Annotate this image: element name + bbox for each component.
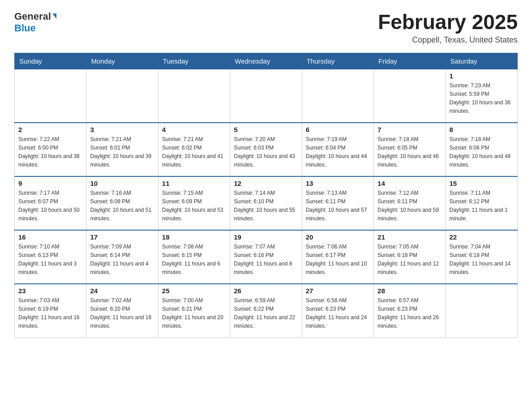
- calendar-cell: 6 Sunrise: 7:19 AMSunset: 6:04 PMDayligh…: [302, 123, 373, 176]
- day-info: Sunrise: 7:10 AMSunset: 6:13 PMDaylight:…: [18, 244, 77, 275]
- day-info: Sunrise: 7:00 AMSunset: 6:21 PMDaylight:…: [162, 297, 223, 329]
- logo-general-text: General: [14, 11, 51, 22]
- calendar-cell: 9 Sunrise: 7:17 AMSunset: 6:07 PMDayligh…: [15, 176, 86, 230]
- day-info: Sunrise: 7:06 AMSunset: 6:17 PMDaylight:…: [306, 244, 367, 275]
- day-info: Sunrise: 7:12 AMSunset: 6:11 PMDaylight:…: [378, 190, 439, 222]
- col-saturday: Saturday: [446, 53, 517, 69]
- calendar-cell: 1 Sunrise: 7:23 AMSunset: 5:59 PMDayligh…: [446, 69, 517, 123]
- calendar-cell: 19 Sunrise: 7:07 AMSunset: 6:16 PMDaylig…: [230, 230, 302, 284]
- day-number: 14: [378, 180, 442, 187]
- calendar-week-row: 9 Sunrise: 7:17 AMSunset: 6:07 PMDayligh…: [15, 176, 518, 230]
- day-info: Sunrise: 6:59 AMSunset: 6:22 PMDaylight:…: [234, 297, 295, 329]
- day-info: Sunrise: 7:13 AMSunset: 6:11 PMDaylight:…: [306, 190, 367, 222]
- logo: General Blue: [14, 11, 56, 34]
- day-info: Sunrise: 6:57 AMSunset: 6:23 PMDaylight:…: [378, 297, 439, 329]
- day-number: 20: [306, 233, 370, 241]
- day-number: 5: [234, 126, 298, 133]
- day-info: Sunrise: 7:14 AMSunset: 6:10 PMDaylight:…: [234, 190, 295, 222]
- calendar-cell: 26 Sunrise: 6:59 AMSunset: 6:22 PMDaylig…: [230, 284, 302, 338]
- day-info: Sunrise: 7:05 AMSunset: 6:18 PMDaylight:…: [378, 244, 439, 275]
- calendar-table: Sunday Monday Tuesday Wednesday Thursday…: [14, 53, 518, 338]
- day-info: Sunrise: 7:09 AMSunset: 6:14 PMDaylight:…: [90, 244, 148, 275]
- col-wednesday: Wednesday: [230, 53, 302, 69]
- calendar-week-row: 1 Sunrise: 7:23 AMSunset: 5:59 PMDayligh…: [15, 69, 518, 123]
- day-info: Sunrise: 7:18 AMSunset: 6:06 PMDaylight:…: [450, 136, 511, 168]
- day-info: Sunrise: 7:19 AMSunset: 6:04 PMDaylight:…: [306, 136, 367, 168]
- calendar-cell: 10 Sunrise: 7:16 AMSunset: 6:08 PMDaylig…: [86, 176, 158, 230]
- calendar-cell: 16 Sunrise: 7:10 AMSunset: 6:13 PMDaylig…: [15, 230, 86, 284]
- day-number: 7: [378, 126, 442, 133]
- day-info: Sunrise: 7:11 AMSunset: 6:12 PMDaylight:…: [450, 190, 508, 222]
- day-number: 24: [90, 287, 154, 295]
- day-number: 8: [450, 126, 514, 133]
- calendar-cell: [86, 69, 158, 123]
- logo-row: General: [14, 11, 56, 22]
- calendar-cell: [302, 69, 373, 123]
- day-info: Sunrise: 6:58 AMSunset: 6:23 PMDaylight:…: [306, 297, 367, 329]
- day-info: Sunrise: 7:02 AMSunset: 6:20 PMDaylight:…: [90, 297, 151, 329]
- day-number: 21: [378, 233, 442, 241]
- calendar-cell: 23 Sunrise: 7:03 AMSunset: 6:19 PMDaylig…: [15, 284, 86, 338]
- day-number: 27: [306, 287, 370, 295]
- day-number: 4: [162, 126, 226, 133]
- day-number: 22: [450, 233, 514, 241]
- calendar-cell: 21 Sunrise: 7:05 AMSunset: 6:18 PMDaylig…: [374, 230, 446, 284]
- col-friday: Friday: [374, 53, 446, 69]
- calendar-cell: [15, 69, 86, 123]
- day-info: Sunrise: 7:04 AMSunset: 6:18 PMDaylight:…: [450, 244, 511, 275]
- main-title: February 2025: [378, 11, 518, 34]
- day-number: 19: [234, 233, 298, 241]
- calendar-cell: 15 Sunrise: 7:11 AMSunset: 6:12 PMDaylig…: [446, 176, 517, 230]
- calendar-cell: 22 Sunrise: 7:04 AMSunset: 6:18 PMDaylig…: [446, 230, 517, 284]
- calendar-cell: 8 Sunrise: 7:18 AMSunset: 6:06 PMDayligh…: [446, 123, 517, 176]
- day-info: Sunrise: 7:20 AMSunset: 6:03 PMDaylight:…: [234, 136, 295, 168]
- calendar-cell: 4 Sunrise: 7:21 AMSunset: 6:02 PMDayligh…: [158, 123, 230, 176]
- calendar-cell: 25 Sunrise: 7:00 AMSunset: 6:21 PMDaylig…: [158, 284, 230, 338]
- day-number: 3: [90, 126, 154, 133]
- logo-blue-label: Blue: [14, 22, 56, 34]
- day-info: Sunrise: 7:17 AMSunset: 6:07 PMDaylight:…: [18, 190, 80, 222]
- calendar-cell: 18 Sunrise: 7:08 AMSunset: 6:15 PMDaylig…: [158, 230, 230, 284]
- day-number: 28: [378, 287, 442, 295]
- day-info: Sunrise: 7:07 AMSunset: 6:16 PMDaylight:…: [234, 244, 292, 275]
- day-number: 16: [18, 233, 82, 241]
- col-sunday: Sunday: [15, 53, 86, 69]
- calendar-week-row: 16 Sunrise: 7:10 AMSunset: 6:13 PMDaylig…: [15, 230, 518, 284]
- day-info: Sunrise: 7:21 AMSunset: 6:01 PMDaylight:…: [90, 136, 151, 168]
- calendar-cell: 27 Sunrise: 6:58 AMSunset: 6:23 PMDaylig…: [302, 284, 373, 338]
- day-number: 9: [18, 180, 82, 187]
- calendar-cell: 12 Sunrise: 7:14 AMSunset: 6:10 PMDaylig…: [230, 176, 302, 230]
- calendar-week-row: 23 Sunrise: 7:03 AMSunset: 6:19 PMDaylig…: [15, 284, 518, 338]
- calendar-cell: [230, 69, 302, 123]
- day-number: 17: [90, 233, 154, 241]
- day-number: 2: [18, 126, 82, 133]
- calendar-cell: 28 Sunrise: 6:57 AMSunset: 6:23 PMDaylig…: [374, 284, 446, 338]
- day-number: 18: [162, 233, 226, 241]
- day-number: 10: [90, 180, 154, 187]
- day-number: 13: [306, 180, 370, 187]
- day-info: Sunrise: 7:18 AMSunset: 6:05 PMDaylight:…: [378, 136, 439, 168]
- page-header: General Blue February 2025 Coppell, Texa…: [14, 11, 518, 45]
- col-thursday: Thursday: [302, 53, 373, 69]
- calendar-cell: 17 Sunrise: 7:09 AMSunset: 6:14 PMDaylig…: [86, 230, 158, 284]
- calendar-header-row: Sunday Monday Tuesday Wednesday Thursday…: [15, 53, 518, 69]
- day-info: Sunrise: 7:15 AMSunset: 6:09 PMDaylight:…: [162, 190, 223, 222]
- col-tuesday: Tuesday: [158, 53, 230, 69]
- day-number: 15: [450, 180, 514, 187]
- day-info: Sunrise: 7:16 AMSunset: 6:08 PMDaylight:…: [90, 190, 151, 222]
- calendar-cell: 5 Sunrise: 7:20 AMSunset: 6:03 PMDayligh…: [230, 123, 302, 176]
- calendar-cell: 11 Sunrise: 7:15 AMSunset: 6:09 PMDaylig…: [158, 176, 230, 230]
- calendar-cell: [374, 69, 446, 123]
- day-info: Sunrise: 7:03 AMSunset: 6:19 PMDaylight:…: [18, 297, 80, 329]
- calendar-cell: 20 Sunrise: 7:06 AMSunset: 6:17 PMDaylig…: [302, 230, 373, 284]
- calendar-cell: [158, 69, 230, 123]
- col-monday: Monday: [86, 53, 158, 69]
- day-number: 12: [234, 180, 298, 187]
- day-number: 23: [18, 287, 82, 295]
- day-info: Sunrise: 7:23 AMSunset: 5:59 PMDaylight:…: [450, 82, 511, 114]
- calendar-cell: 2 Sunrise: 7:22 AMSunset: 6:00 PMDayligh…: [15, 123, 86, 176]
- calendar-cell: [446, 284, 517, 338]
- calendar-cell: 13 Sunrise: 7:13 AMSunset: 6:11 PMDaylig…: [302, 176, 373, 230]
- calendar-week-row: 2 Sunrise: 7:22 AMSunset: 6:00 PMDayligh…: [15, 123, 518, 176]
- calendar-cell: 3 Sunrise: 7:21 AMSunset: 6:01 PMDayligh…: [86, 123, 158, 176]
